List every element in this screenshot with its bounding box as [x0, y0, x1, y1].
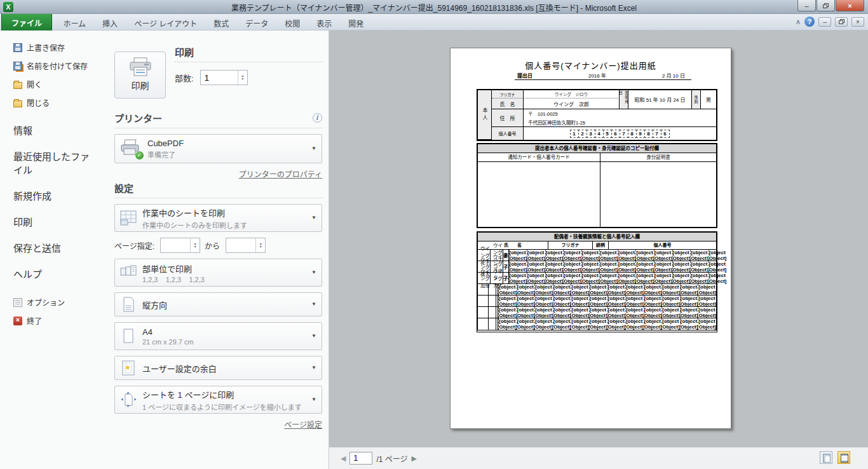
- print-button[interactable]: 印刷: [114, 51, 166, 99]
- scaling-select[interactable]: シートを 1 ページに印刷 1 ページに収まるように印刷イメージを縮小します ▼: [114, 386, 322, 414]
- digit-cell: [object Object]: [553, 296, 571, 306]
- custom-margins-icon: ★: [120, 360, 137, 376]
- page-from-stepper[interactable]: ▲ ▼: [160, 238, 200, 253]
- digit-cell: [object Object]: [698, 296, 716, 306]
- print-preview-area: 個人番号(マイナンバー)提出用紙 提出日 2016 年 2 月 10 日 本人 …: [329, 31, 868, 469]
- chevron-down-icon: ▼: [311, 215, 316, 221]
- paper-size-select[interactable]: A4 21 cm x 29.7 cm ▼: [114, 322, 322, 350]
- family-furigana-cell: ウイング カナ: [491, 273, 503, 283]
- pages-to-label: から: [205, 240, 220, 251]
- margins-select[interactable]: ★ ユーザー設定の余白 ▼: [114, 356, 322, 380]
- copies-input[interactable]: [201, 71, 238, 85]
- digit-cell: 9: [636, 130, 645, 138]
- sex-label: 性別: [692, 90, 701, 109]
- digit-cell: [object Object]: [672, 261, 691, 272]
- sidebar-item[interactable]: 新規作成: [0, 182, 97, 208]
- spin-down-icon[interactable]: ▼: [194, 245, 197, 248]
- tab-file[interactable]: ファイル: [1, 14, 52, 32]
- chevron-down-icon: ▼: [311, 301, 316, 307]
- ribbon-tab[interactable]: ホーム: [55, 14, 94, 32]
- digit-cell: 8: [628, 130, 637, 138]
- help-icon[interactable]: ?: [804, 17, 815, 27]
- personal-number-value: 123456789876: [524, 127, 716, 140]
- digit-cell: [object Object]: [709, 273, 727, 283]
- family-col-relationship: 続柄: [593, 241, 609, 249]
- ribbon-tab[interactable]: 校閲: [276, 14, 308, 32]
- ribbon-tab[interactable]: ページ レイアウト: [126, 14, 205, 32]
- workbook-restore-icon[interactable]: [835, 17, 848, 27]
- digit-cell: 5: [603, 130, 612, 138]
- sidebar-item[interactable]: 最近使用したファイル: [0, 143, 97, 182]
- portrait-orientation-icon: [120, 297, 137, 312]
- digit-cell: [object Object]: [545, 261, 564, 272]
- birthdate-value: 昭和 51 年 10 月 24 日: [628, 90, 692, 109]
- digit-cell: [object Object]: [563, 261, 581, 272]
- digit-cell: [object Object]: [517, 307, 535, 318]
- ribbon-tab[interactable]: 表示: [308, 14, 340, 32]
- pages-label: ページ指定:: [114, 240, 154, 251]
- spin-down-icon[interactable]: ▼: [259, 245, 262, 248]
- printer-ready-check-icon: ✓: [135, 151, 144, 160]
- name-label: 氏 名: [492, 99, 524, 109]
- sidebar-item[interactable]: 終了: [0, 311, 97, 330]
- sidebar-item[interactable]: 印刷: [0, 208, 97, 234]
- sidebar-item-icon: [13, 82, 22, 89]
- minimize-button[interactable]: –: [797, 0, 816, 11]
- table-row: ウイング 加奈 ウイング カナ 子 [object Object][object…: [478, 273, 716, 284]
- ribbon-tab[interactable]: 挿入: [94, 14, 126, 32]
- digit-cell: [object Object]: [581, 250, 600, 261]
- family-relationship-cell: 妻: [503, 250, 509, 261]
- family-name-cell: [478, 296, 489, 306]
- copies-stepper[interactable]: ▲ ▼: [200, 70, 248, 85]
- ribbon-tab[interactable]: データ: [237, 14, 276, 32]
- digit-cell: [object Object]: [581, 273, 600, 283]
- sidebar-item[interactable]: オプション: [0, 293, 97, 311]
- digit-cell: [object Object]: [680, 296, 698, 306]
- page-number-input[interactable]: [349, 452, 372, 465]
- sidebar-item[interactable]: 閉じる: [0, 93, 97, 112]
- digit-cell: [object Object]: [625, 307, 644, 318]
- family-relationship-cell: 子: [503, 261, 509, 272]
- zoom-to-page-button[interactable]: [837, 451, 850, 464]
- collapse-ribbon-icon[interactable]: ∧: [796, 18, 801, 26]
- attachment-paste-area-right: [600, 162, 716, 227]
- collation-select[interactable]: 部単位で印刷 1,2,3 1,2,3 1,2,3 ▼: [114, 259, 322, 287]
- family-table: 配偶者・扶養親族情報と個人番号記入欄 氏 名 フリガナ 続柄 個人番号 ウイング…: [477, 231, 717, 332]
- digit-cell: [object Object]: [635, 250, 654, 261]
- page-to-stepper[interactable]: ▲ ▼: [226, 238, 266, 253]
- close-button[interactable]: ×: [836, 0, 864, 11]
- page-from-input[interactable]: [161, 238, 190, 252]
- ribbon-tab[interactable]: 数式: [205, 14, 237, 32]
- digit-cell: [object Object]: [571, 284, 589, 295]
- page-setup-link[interactable]: ページ設定: [284, 421, 322, 430]
- chevron-down-icon: ▼: [311, 146, 316, 151]
- backstage-sidebar: 上書き保存 名前を付けて保存 開く 閉じる 情報 最近使用したファイル: [0, 31, 97, 469]
- digit-cell: [object Object]: [498, 284, 517, 295]
- sidebar-item[interactable]: 上書き保存: [0, 38, 97, 57]
- attachment-header: 提出者本人の個人番号確認書・身元確認証のコピー貼付欄: [478, 144, 716, 153]
- show-margins-button[interactable]: [820, 451, 832, 464]
- sidebar-item[interactable]: 開く: [0, 75, 97, 93]
- sidebar-item[interactable]: 保存と送信: [0, 234, 97, 261]
- workbook-minimize-icon[interactable]: –: [818, 17, 831, 27]
- scaling-subtitle: 1 ページに収まるように印刷イメージを縮小します: [142, 402, 302, 412]
- spin-down-icon[interactable]: ▼: [241, 78, 244, 81]
- digit-cell: [object Object]: [607, 318, 626, 330]
- print-what-select[interactable]: 作業中のシートを印刷 作業中のシートのみを印刷します ▼: [114, 204, 322, 232]
- sidebar-item[interactable]: ヘルプ: [0, 261, 97, 287]
- sidebar-item-label: 情報: [13, 125, 32, 136]
- table-row: [object Object][object Object][object Ob…: [478, 296, 716, 307]
- page-to-input[interactable]: [226, 238, 255, 252]
- orientation-select[interactable]: 縦方向 ▼: [114, 292, 322, 316]
- family-col-furigana: フリガナ: [548, 241, 593, 249]
- sidebar-item[interactable]: 情報: [0, 117, 97, 143]
- restore-button[interactable]: [817, 0, 835, 11]
- sidebar-item[interactable]: 名前を付けて保存: [0, 57, 97, 75]
- ribbon-tab[interactable]: 開発: [340, 14, 372, 32]
- printer-select[interactable]: ✓ CubePDF 準備完了 ▼: [114, 134, 322, 163]
- workbook-close-icon[interactable]: ×: [851, 17, 864, 27]
- prev-page-icon[interactable]: ◀: [341, 454, 346, 463]
- next-page-icon[interactable]: ▶: [412, 454, 417, 463]
- digit-cell: [object Object]: [553, 284, 571, 295]
- printer-properties-link[interactable]: プリンターのプロパティ: [239, 170, 322, 179]
